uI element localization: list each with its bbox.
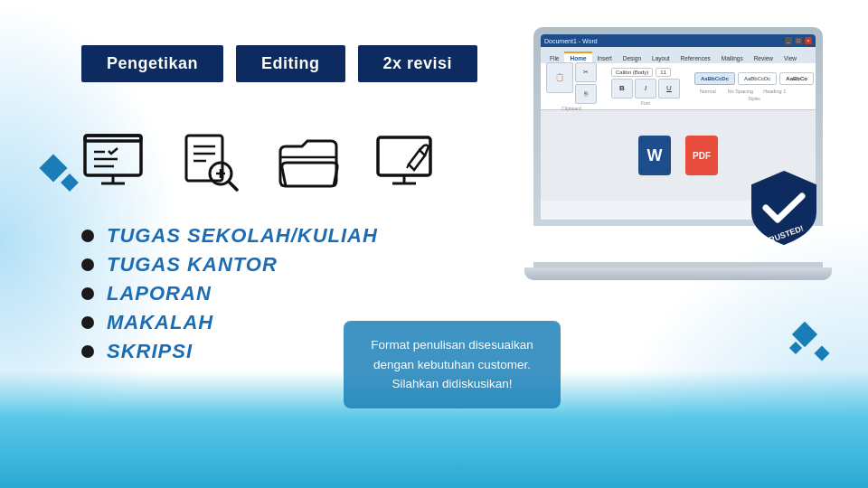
word-tabs: File Home Insert Design Layout Reference… bbox=[541, 47, 816, 63]
tab-view[interactable]: View bbox=[778, 52, 802, 63]
tag-pengetikan[interactable]: Pengetikan bbox=[81, 45, 223, 82]
bullet-item-2: TUGAS KANTOR bbox=[81, 253, 378, 277]
bullet-text-5: SKRIPSI bbox=[107, 340, 193, 363]
font-group: Calibri (Body) 11 B I U Font bbox=[611, 68, 680, 106]
minimize-btn[interactable]: _ bbox=[785, 37, 792, 44]
bullet-item-5: SKRIPSI bbox=[81, 340, 378, 363]
bullet-text-1: TUGAS SEKOLAH/KULIAH bbox=[107, 224, 378, 248]
bullet-dot-2 bbox=[81, 258, 94, 271]
bullet-dot-3 bbox=[81, 287, 94, 300]
icons-row bbox=[77, 131, 442, 194]
tab-review[interactable]: Review bbox=[749, 52, 778, 63]
svg-line-18 bbox=[407, 164, 409, 168]
page: Pengetikan Editing 2x revisi bbox=[0, 0, 868, 488]
bullet-text-3: LAPORAN bbox=[107, 282, 212, 305]
word-ribbon-content: 📋 ✂ ⎘ Clipboard Calibri (Body) bbox=[541, 63, 816, 110]
style-name-heading1: Heading 1 bbox=[760, 89, 789, 94]
tag-revisi[interactable]: 2x revisi bbox=[358, 45, 478, 82]
styles-group: AaBbCcDc AaBbCcDc AaBbCo Normal No Spaci… bbox=[694, 72, 814, 101]
font-size-selector[interactable]: 11 bbox=[656, 68, 671, 77]
tag-editing[interactable]: Editing bbox=[236, 45, 345, 82]
svg-rect-15 bbox=[378, 137, 430, 175]
bullet-dot-4 bbox=[81, 316, 94, 329]
laptop-section: Document1 - Word _ □ × File Home Insert … bbox=[515, 27, 841, 280]
info-box: Format penulisan disesuaikan dengan kebu… bbox=[344, 321, 561, 408]
word-title: Document1 - Word bbox=[544, 38, 598, 44]
tab-design[interactable]: Design bbox=[618, 52, 646, 63]
bullet-list: TUGAS SEKOLAH/KULIAH TUGAS KANTOR LAPORA… bbox=[81, 224, 378, 369]
tab-layout[interactable]: Layout bbox=[646, 52, 675, 63]
maximize-btn[interactable]: □ bbox=[795, 37, 802, 44]
font-label: Font bbox=[611, 100, 680, 106]
monitor-pen-icon bbox=[370, 131, 442, 194]
close-btn[interactable]: × bbox=[805, 37, 812, 44]
word-ribbon: File Home Insert Design Layout Reference… bbox=[541, 47, 816, 110]
style-name-normal: Normal bbox=[694, 89, 722, 94]
bullet-text-2: TUGAS KANTOR bbox=[107, 253, 278, 277]
clipboard-label: Clipboard bbox=[546, 106, 597, 111]
folder-open-icon bbox=[272, 131, 344, 194]
italic-btn[interactable]: I bbox=[635, 79, 656, 99]
monitor-checklist-icon bbox=[77, 131, 149, 194]
copy-btn[interactable]: ⎘ bbox=[575, 84, 597, 104]
tags-row: Pengetikan Editing 2x revisi bbox=[81, 45, 477, 82]
document-search-icon bbox=[175, 131, 247, 194]
svg-rect-1 bbox=[85, 136, 141, 141]
bullet-item-3: LAPORAN bbox=[81, 282, 378, 305]
pdf-app-icon: PDF bbox=[685, 136, 718, 175]
format-buttons: B I U bbox=[611, 79, 680, 99]
laptop-base bbox=[524, 267, 832, 280]
bullet-item-4: MAKALAH bbox=[81, 311, 378, 334]
window-controls: _ □ × bbox=[785, 37, 812, 44]
style-no-spacing[interactable]: AaBbCcDc bbox=[738, 72, 777, 85]
style-normal[interactable]: AaBbCcDc bbox=[694, 72, 735, 85]
word-app-icon: W bbox=[638, 136, 671, 175]
bullet-dot-5 bbox=[81, 345, 94, 358]
word-titlebar: Document1 - Word _ □ × bbox=[541, 34, 816, 47]
bullet-text-4: MAKALAH bbox=[107, 311, 213, 334]
clipboard-buttons: 📋 ✂ ⎘ bbox=[546, 62, 597, 104]
bullet-item-1: TUGAS SEKOLAH/KULIAH bbox=[81, 224, 378, 248]
trusted-shield: TRUSTED! bbox=[743, 167, 825, 249]
bold-btn[interactable]: B bbox=[611, 79, 633, 99]
underline-btn[interactable]: U bbox=[658, 79, 680, 99]
style-heading1[interactable]: AaBbCo bbox=[779, 72, 814, 85]
cut-btn[interactable]: ✂ bbox=[575, 62, 597, 82]
info-box-text: Format penulisan disesuaikan dengan kebu… bbox=[371, 338, 533, 390]
bullet-dot-1 bbox=[81, 230, 94, 242]
clipboard-group: 📋 ✂ ⎘ Clipboard bbox=[546, 62, 597, 111]
style-name-no-spacing: No Spacing bbox=[724, 89, 757, 94]
font-name-selector[interactable]: Calibri (Body) bbox=[611, 68, 653, 77]
styles-label: Styles bbox=[694, 96, 814, 101]
tab-mailings[interactable]: Mailings bbox=[716, 52, 749, 63]
paste-btn[interactable]: 📋 bbox=[546, 62, 573, 93]
tab-references[interactable]: References bbox=[675, 52, 716, 63]
svg-line-12 bbox=[229, 182, 237, 190]
